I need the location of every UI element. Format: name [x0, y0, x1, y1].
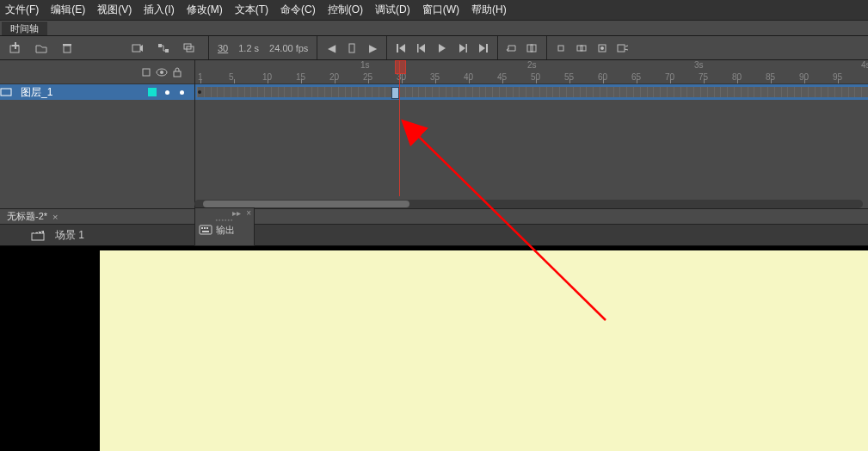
new-folder-icon[interactable] — [34, 41, 48, 55]
scene-bar: 场景 1 — [0, 225, 868, 246]
timeline-toolbar: 30 1.2 s 24.00 fps ◀ ▶ — [0, 36, 868, 60]
frames-column[interactable]: 1s2s3s4s15101520253035404550556065707580… — [195, 60, 868, 208]
svg-rect-10 — [349, 44, 354, 53]
frames-row[interactable] — [195, 84, 868, 100]
visibility-icon[interactable] — [155, 65, 169, 79]
svg-rect-29 — [200, 226, 212, 234]
menu-bar: 文件(F) 编辑(E) 视图(V) 插入(I) 修改(M) 文本(T) 命令(C… — [0, 0, 868, 21]
ruler-frame: 5 — [229, 72, 234, 82]
menu-control[interactable]: 控制(O) — [328, 3, 363, 17]
keyframe-dot[interactable] — [198, 90, 201, 94]
menu-text[interactable]: 文本(T) — [235, 3, 268, 17]
fps-readout[interactable]: 24.00 fps — [269, 43, 308, 53]
svg-rect-31 — [204, 227, 206, 229]
layer-color-swatch[interactable] — [148, 88, 157, 96]
svg-rect-15 — [527, 45, 532, 52]
menu-help[interactable]: 帮助(H) — [471, 3, 507, 17]
menu-view[interactable]: 视图(V) — [97, 3, 132, 17]
scene-name[interactable]: 场景 1 — [55, 228, 84, 243]
span-bracket-icon[interactable] — [345, 41, 359, 55]
menu-cmd[interactable]: 命令(C) — [280, 3, 316, 17]
current-frame[interactable]: 30 — [218, 43, 228, 53]
frame-ruler[interactable]: 1s2s3s4s15101520253035404550556065707580… — [195, 60, 868, 84]
span-left-icon[interactable]: ◀ — [324, 41, 338, 55]
remove-frame-icon[interactable] — [616, 41, 630, 55]
panel-tabs: 时间轴 — [0, 21, 868, 36]
loop-icon[interactable] — [505, 41, 519, 55]
svg-rect-5 — [132, 45, 140, 52]
stage-area — [0, 250, 868, 451]
new-layer-icon[interactable] — [9, 41, 22, 55]
layer-visible-dot[interactable] — [165, 90, 169, 95]
svg-rect-17 — [558, 46, 563, 51]
timeline-h-scrollbar[interactable] — [194, 200, 863, 208]
clapboard-icon[interactable] — [31, 228, 45, 242]
insert-frame-icon[interactable] — [595, 41, 609, 55]
timeline-area: 图层_1 1s2s3s4s151015202530354045505560657… — [0, 60, 868, 208]
camera-icon[interactable] — [131, 41, 145, 55]
svg-rect-30 — [201, 227, 203, 229]
onion-skin-icon[interactable] — [526, 41, 539, 55]
layer-depth-icon[interactable] — [182, 41, 196, 55]
ruler-second: 4s — [861, 60, 868, 70]
menu-edit[interactable]: 编辑(E) — [51, 3, 85, 17]
svg-rect-23 — [143, 69, 150, 76]
menu-modify[interactable]: 修改(M) — [187, 3, 223, 17]
highlight-icon[interactable] — [139, 65, 153, 79]
timeline-tab[interactable]: 时间轴 — [2, 21, 47, 35]
svg-rect-19 — [581, 46, 586, 51]
svg-rect-12 — [417, 44, 419, 53]
menu-insert[interactable]: 插入(I) — [144, 3, 174, 17]
step-back-icon[interactable] — [415, 41, 428, 55]
ruler-second: 3s — [694, 60, 704, 70]
svg-rect-18 — [577, 46, 582, 51]
menu-window[interactable]: 窗口(W) — [422, 3, 459, 17]
layer-row[interactable]: 图层_1 — [0, 84, 194, 100]
stage-canvas[interactable] — [100, 250, 868, 451]
playhead-handle[interactable] — [395, 60, 406, 74]
menu-debug[interactable]: 调试(D) — [375, 3, 410, 17]
svg-rect-11 — [397, 44, 398, 53]
svg-rect-26 — [174, 71, 181, 77]
layer-name: 图层_1 — [21, 85, 148, 100]
keyframe-end[interactable] — [391, 87, 399, 99]
lock-icon[interactable] — [170, 65, 184, 79]
document-tab-bar: 无标题-2* × — [0, 208, 868, 225]
delete-layer-icon[interactable] — [60, 41, 74, 55]
svg-rect-14 — [486, 44, 488, 53]
svg-rect-27 — [1, 89, 11, 96]
goto-last-icon[interactable] — [477, 41, 490, 55]
collapse-icon[interactable]: ▸▸ — [232, 208, 241, 218]
svg-rect-22 — [618, 45, 625, 52]
close-panel-icon[interactable]: × — [246, 208, 251, 218]
svg-rect-7 — [165, 49, 169, 53]
ruler-second: 2s — [527, 60, 537, 70]
svg-rect-13 — [466, 44, 468, 53]
output-panel-dock[interactable]: ▸▸ × ▪▪▪▪▪▪ 输出 — [194, 207, 255, 246]
scroll-thumb[interactable] — [203, 201, 409, 207]
svg-rect-32 — [206, 227, 208, 229]
document-name: 无标题-2* — [7, 210, 47, 223]
svg-rect-6 — [158, 44, 162, 47]
insert-keyframe-icon[interactable] — [554, 41, 568, 55]
play-icon[interactable] — [435, 41, 449, 55]
document-tab[interactable]: 无标题-2* × — [0, 210, 65, 223]
ruler-second: 1s — [360, 60, 370, 70]
svg-rect-4 — [63, 44, 71, 46]
layer-lock-dot[interactable] — [180, 90, 184, 95]
svg-rect-16 — [531, 45, 536, 52]
span-right-icon[interactable]: ▶ — [366, 41, 379, 55]
insert-blank-keyframe-icon[interactable] — [575, 41, 588, 55]
svg-point-25 — [160, 71, 163, 74]
layer-parent-icon[interactable] — [157, 41, 170, 55]
menu-file[interactable]: 文件(F) — [5, 3, 39, 17]
svg-rect-33 — [202, 231, 209, 232]
step-forward-icon[interactable] — [456, 41, 470, 55]
goto-first-icon[interactable] — [394, 41, 408, 55]
output-label: 输出 — [216, 224, 235, 237]
svg-rect-3 — [64, 46, 71, 53]
close-icon[interactable]: × — [52, 212, 58, 222]
svg-rect-28 — [32, 233, 44, 240]
keyboard-icon — [199, 225, 212, 235]
layers-column: 图层_1 — [0, 60, 195, 208]
